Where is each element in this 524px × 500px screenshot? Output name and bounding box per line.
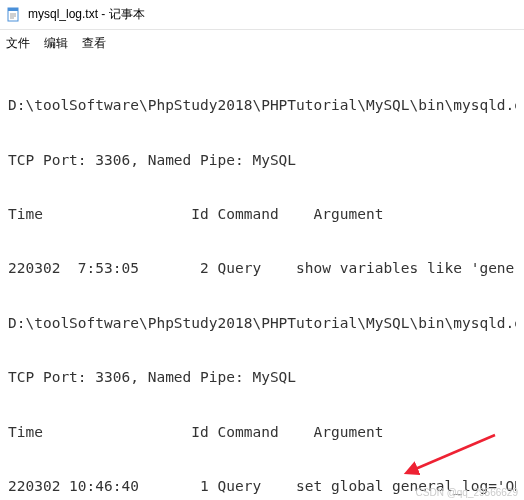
- menu-view[interactable]: 查看: [82, 35, 106, 52]
- titlebar: mysql_log.txt - 记事本: [0, 0, 524, 30]
- log-line: Time Id Command Argument: [8, 423, 516, 441]
- log-line: 220302 7:53:05 2 Query show variables li…: [8, 259, 516, 277]
- log-line: Time Id Command Argument: [8, 205, 516, 223]
- svg-rect-1: [8, 8, 18, 11]
- menu-file[interactable]: 文件: [6, 35, 30, 52]
- text-content[interactable]: D:\toolSoftware\PhpStudy2018\PHPTutorial…: [0, 56, 524, 500]
- window-title: mysql_log.txt - 记事本: [28, 6, 145, 23]
- watermark: CSDN @qq_29566629: [416, 487, 518, 498]
- notepad-icon: [6, 7, 22, 23]
- log-line: D:\toolSoftware\PhpStudy2018\PHPTutorial…: [8, 314, 516, 332]
- menu-edit[interactable]: 编辑: [44, 35, 68, 52]
- menubar: 文件 编辑 查看: [0, 30, 524, 56]
- log-line: D:\toolSoftware\PhpStudy2018\PHPTutorial…: [8, 96, 516, 114]
- log-line: TCP Port: 3306, Named Pipe: MySQL: [8, 151, 516, 169]
- log-line: TCP Port: 3306, Named Pipe: MySQL: [8, 368, 516, 386]
